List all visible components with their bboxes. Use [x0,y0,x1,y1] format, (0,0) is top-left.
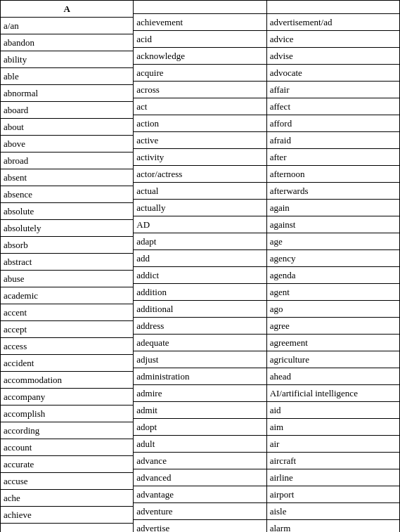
list-item: actor/actress [134,166,266,183]
list-item: accent [1,304,133,321]
column-2: advertisement/adadviceadviseadvocateaffa… [267,1,400,532]
list-item: afterwards [267,183,399,200]
list-item: access [1,338,133,355]
list-item: again [267,200,399,216]
list-item: acquire [134,65,266,82]
list-item: able [1,68,133,85]
list-item: airline [267,469,399,486]
list-item: accompany [1,389,133,406]
list-item: agreement [267,335,399,351]
list-item: agree [267,318,399,335]
list-item: administration [134,368,266,385]
list-item: activity [134,149,266,166]
list-item: addict [134,267,266,284]
list-item: afford [267,115,399,132]
list-item: admit [134,402,266,419]
list-item: advocate [267,65,399,82]
column-header-0: A [1,1,133,18]
list-item: absolute [1,203,133,220]
list-item: about [1,119,133,136]
list-item: accept [1,321,133,338]
list-item: additional [134,301,266,318]
list-item: according [1,422,133,439]
list-item: advise [267,48,399,65]
list-item: account [1,439,133,456]
list-item: accommodation [1,372,133,389]
list-item: abandon [1,34,133,51]
list-item: actual [134,183,266,200]
list-item: airport [267,486,399,503]
column-0: Aa/anabandonabilityableabnormalaboardabo… [1,1,134,532]
list-item: aid [267,402,399,419]
list-item: advice [267,31,399,48]
vocabulary-table: Aa/anabandonabilityableabnormalaboardabo… [0,0,400,532]
list-item: aisle [267,503,399,520]
list-item: adjust [134,351,266,368]
list-item: agent [267,284,399,301]
list-item: accomplish [1,406,133,422]
column-1: achievementacidacknowledgeacquireacrossa… [134,1,266,532]
list-item: adopt [134,419,266,436]
list-item: adapt [134,233,266,250]
list-item: achieve [1,507,133,524]
list-item: action [134,115,266,132]
list-item: absence [1,186,133,203]
list-item: against [267,216,399,233]
list-item: AI/artificial intelligence [267,385,399,402]
column-header-2 [267,1,399,14]
list-item: absolutely [1,220,133,237]
list-item: accident [1,355,133,372]
list-item: aim [267,419,399,436]
column-header-1 [134,1,266,14]
list-item: aboard [1,102,133,119]
list-item: absorb [1,237,133,254]
list-item: abroad [1,153,133,169]
list-item: ahead [267,368,399,385]
list-item: absent [1,169,133,186]
list-item: air [267,436,399,453]
list-item: AD [134,216,266,233]
list-item: advantage [134,486,266,503]
list-item: addition [134,284,266,301]
list-item: act [134,98,266,115]
list-item: afternoon [267,166,399,183]
list-item: a/an [1,18,133,34]
list-item: afraid [267,132,399,149]
list-item: abnormal [1,85,133,102]
list-item: ago [267,301,399,318]
list-item: above [1,136,133,153]
list-item: accurate [1,456,133,473]
list-item: agriculture [267,351,399,368]
list-item: ability [1,51,133,68]
list-item: adequate [134,335,266,351]
list-item: abuse [1,271,133,287]
list-item: ache [1,490,133,507]
list-item: adult [134,436,266,453]
list-item: age [267,233,399,250]
list-item: accuse [1,473,133,490]
list-item: acknowledge [134,48,266,65]
list-item: across [134,82,266,98]
list-item: address [134,318,266,335]
list-item: achievement [134,14,266,31]
list-item: academic [1,287,133,304]
list-item: advance [134,453,266,469]
list-item: advanced [134,469,266,486]
list-item: advertise [134,520,266,532]
list-item: alarm [267,520,399,532]
list-item: admire [134,385,266,402]
list-item: agency [267,250,399,267]
list-item: aircraft [267,453,399,469]
list-item: after [267,149,399,166]
list-item: acid [134,31,266,48]
list-item: add [134,250,266,267]
list-item: active [134,132,266,149]
list-item: agenda [267,267,399,284]
list-item: adventure [134,503,266,520]
list-item: advertisement/ad [267,14,399,31]
list-item: actually [134,200,266,216]
list-item: affect [267,98,399,115]
list-item: abstract [1,254,133,271]
list-item: affair [267,82,399,98]
